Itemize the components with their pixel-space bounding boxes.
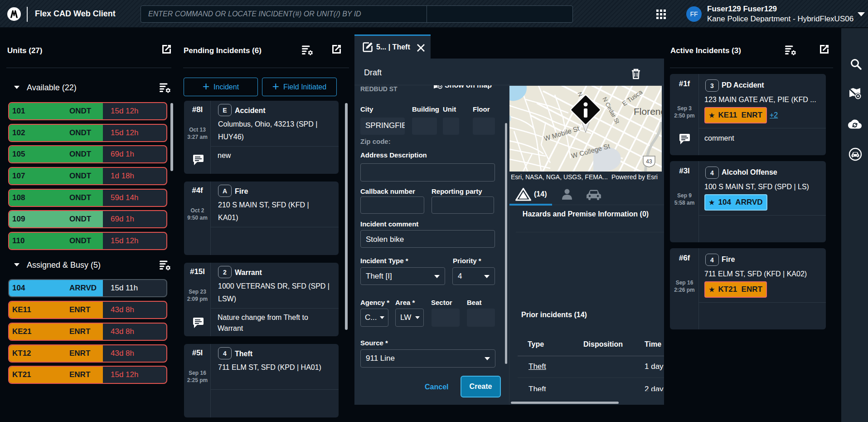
svg-text:Florenc: Florenc: [634, 106, 662, 117]
svg-text:43: 43: [646, 158, 652, 165]
